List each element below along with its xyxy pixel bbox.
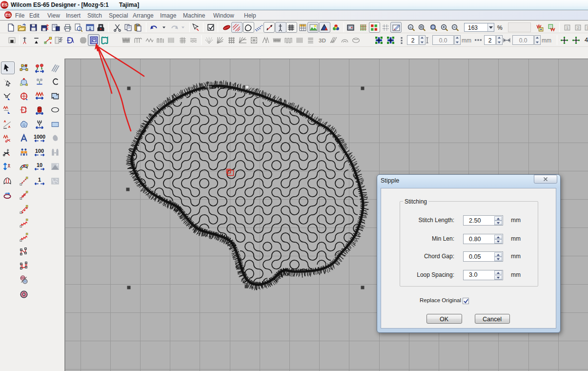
svg-text:100: 100: [35, 148, 44, 154]
svg-text:10: 10: [37, 162, 42, 168]
svg-text:1000: 1000: [34, 134, 45, 140]
svg-text:3D: 3D: [319, 37, 326, 43]
svg-text:1: 1: [566, 25, 568, 30]
svg-text:1: 1: [38, 177, 41, 183]
svg-text:2: 2: [577, 25, 579, 30]
